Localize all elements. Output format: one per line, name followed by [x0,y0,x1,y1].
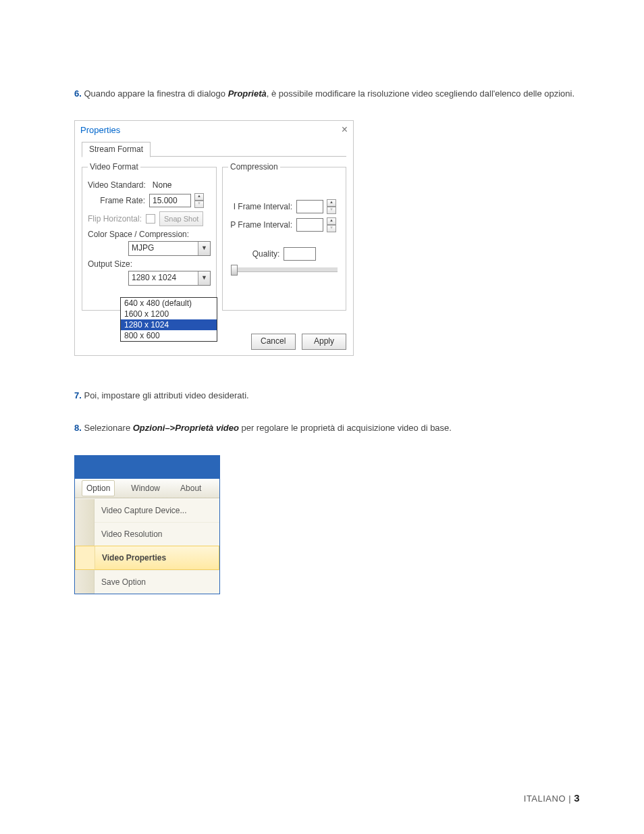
footer-lang: ITALIANO [524,793,566,804]
snap-shot-button: Snap Shot [159,211,203,226]
menu-window[interactable]: Window [127,481,164,496]
video-standard-label: Video Standard: [88,180,146,190]
step-6-bold: Proprietà [228,88,267,99]
frame-rate-spinner[interactable]: ▲ ▼ [194,193,204,208]
slider-thumb[interactable] [231,265,238,276]
menu-gutter-highlight [75,546,95,570]
color-space-combo[interactable]: MJPG ▼ [128,241,211,256]
option-menu-screenshot: Option Window About Video Capture Device… [74,455,220,594]
option-dropdown: Video Capture Device... Video Resolution… [75,498,219,594]
step-7-num: 7. [74,390,82,400]
quality-slider[interactable] [231,267,338,272]
chevron-up-icon[interactable]: ▲ [327,217,336,225]
i-frame-spinner[interactable]: ▲ ▼ [327,199,336,214]
i-frame-label: I Frame Interval: [228,202,292,211]
frame-rate-label: Frame Rate: [88,196,145,205]
menu-bar: Option Window About [75,479,219,498]
group-video-format-legend: Video Format [88,162,140,172]
properties-dialog: Properties × Stream Format Video Format … [74,120,354,356]
footer-page: 3 [574,792,580,804]
group-compression: Compression I Frame Interval: ▲ ▼ P Fram… [222,162,346,311]
output-size-combo[interactable]: 1280 x 1024 ▼ [128,271,211,286]
p-frame-spinner[interactable]: ▲ ▼ [327,217,336,232]
chevron-down-icon[interactable]: ▼ [198,271,210,285]
menu-video-properties[interactable]: Video Properties [95,546,219,570]
flip-horizontal-label: Flip Horizontal: [88,214,142,224]
size-option-2[interactable]: 1280 x 1024 [121,319,217,330]
tab-stream-format[interactable]: Stream Format [82,142,151,157]
step-6-num: 6. [74,88,82,99]
flip-horizontal-checkbox [146,214,155,224]
size-option-3[interactable]: 800 x 600 [121,330,217,341]
size-option-1[interactable]: 1600 x 1200 [121,309,217,319]
menu-save-option[interactable]: Save Option [95,570,219,594]
menu-gutter [75,570,95,594]
dialog-title: Properties [80,125,120,135]
step-8-num: 8. [74,423,82,433]
menu-about[interactable]: About [176,481,205,496]
cancel-button[interactable]: Cancel [251,334,296,350]
menu-top-band [75,456,219,479]
p-frame-label: P Frame Interval: [228,220,292,230]
output-size-value: 1280 x 1024 [129,271,198,285]
menu-option[interactable]: Option [82,480,115,496]
menu-video-capture[interactable]: Video Capture Device... [95,499,219,522]
chevron-down-icon[interactable]: ▼ [327,225,336,232]
chevron-down-icon[interactable]: ▼ [198,242,210,255]
chevron-up-icon[interactable]: ▲ [194,193,204,201]
apply-button[interactable]: Apply [302,334,346,350]
menu-gutter [75,522,95,546]
chevron-down-icon[interactable]: ▼ [194,201,204,208]
close-icon[interactable]: × [342,124,348,135]
group-compression-legend: Compression [228,162,280,172]
menu-gutter [75,499,95,522]
dialog-titlebar: Properties × [75,121,353,138]
quality-label: Quality: [252,249,280,259]
step-7-text: 7. Poi, impostare gli attributi video de… [74,390,580,402]
output-size-options[interactable]: 640 x 480 (default) 1600 x 1200 1280 x 1… [120,297,217,342]
p-frame-input[interactable] [296,218,323,232]
step-6-text: 6. Quando appare la finestra di dialogo … [74,88,580,100]
video-standard-value: None [153,180,172,190]
page-footer: ITALIANO | 3 [524,792,580,804]
step-8-text: 8. Selezionare Opzioni–>Proprietà video … [74,422,580,434]
output-size-label: Output Size: [88,259,132,269]
size-option-0[interactable]: 640 x 480 (default) [121,298,217,309]
chevron-down-icon[interactable]: ▼ [327,207,336,214]
menu-video-resolution[interactable]: Video Resolution [95,522,219,546]
color-space-label: Color Space / Compression: [88,230,189,239]
i-frame-input[interactable] [296,200,323,213]
step-8-bold: Opzioni–>Proprietà video [133,423,239,433]
tab-strip: Stream Format [82,141,346,157]
quality-input[interactable] [284,247,316,261]
group-video-format: Video Format Video Standard: None Frame … [82,162,217,311]
frame-rate-input[interactable] [149,194,191,207]
chevron-up-icon[interactable]: ▲ [327,199,336,207]
color-space-value: MJPG [129,242,198,255]
